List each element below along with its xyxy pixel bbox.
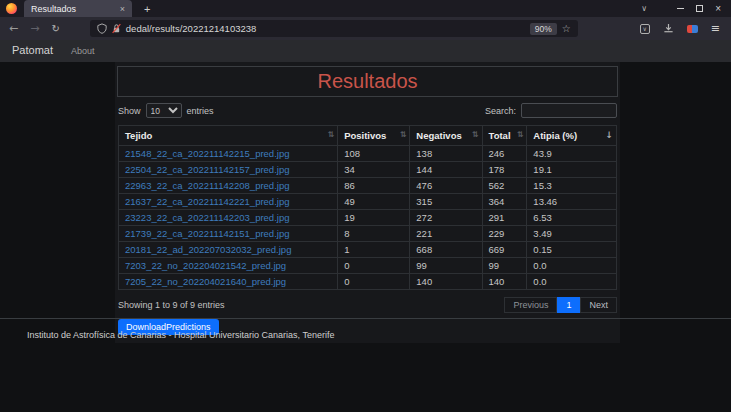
zoom-level-badge[interactable]: 90%: [530, 23, 557, 35]
value-cell: 140: [482, 274, 527, 290]
entries-label: entries: [187, 106, 214, 116]
tissue-cell: 7205_22_no_202204021640_pred.jpg: [119, 274, 338, 290]
extension-icon[interactable]: ∨: [640, 24, 650, 34]
current-page-button[interactable]: 1: [557, 297, 580, 313]
tab-close-icon[interactable]: ×: [120, 4, 125, 14]
value-cell: 3.49: [527, 226, 617, 242]
tissue-link[interactable]: 21548_22_ca_202211142215_pred.jpg: [125, 148, 289, 159]
sort-icon[interactable]: ⇅: [472, 130, 479, 139]
new-tab-button[interactable]: +: [144, 3, 150, 15]
value-cell: 19.1: [527, 162, 617, 178]
browser-window: Resultados × + ∨ × ← → ↻ dedal/results/2…: [0, 0, 731, 412]
tissue-link[interactable]: 21637_22_ca_202211142221_pred.jpg: [125, 196, 289, 207]
value-cell: 15.3: [527, 178, 617, 194]
window-controls: ×: [677, 5, 721, 12]
url-bar[interactable]: dedal/results/20221214103238 90% ☆: [90, 20, 578, 37]
value-cell: 315: [410, 194, 482, 210]
length-control: Show 10 entries: [118, 103, 214, 118]
value-cell: 0: [338, 258, 410, 274]
title-box: Resultados: [117, 66, 618, 97]
table-body: 21548_22_ca_202211142215_pred.jpg1081382…: [119, 146, 617, 290]
table-info-row: Showing 1 to 9 of 9 entries Previous 1 N…: [118, 297, 617, 313]
tissue-cell: 7203_22_no_202204021542_pred.jpg: [119, 258, 338, 274]
search-control: Search:: [485, 103, 617, 118]
reload-icon[interactable]: ↻: [51, 23, 59, 34]
value-cell: 43.9: [527, 146, 617, 162]
value-cell: 246: [482, 146, 527, 162]
value-cell: 140: [410, 274, 482, 290]
showing-entries-info: Showing 1 to 9 of 9 entries: [118, 300, 225, 310]
tissue-link[interactable]: 22963_22_ca_202211142208_pred.jpg: [125, 180, 289, 191]
show-label: Show: [118, 106, 141, 116]
downloads-icon[interactable]: [663, 23, 674, 34]
column-header[interactable]: Positivos⇅: [338, 126, 410, 146]
value-cell: 0.0: [527, 274, 617, 290]
tissue-link[interactable]: 20181_22_ad_202207032032_pred.jpg: [125, 244, 291, 255]
mask-extension-icon[interactable]: [687, 25, 698, 33]
window-close-icon[interactable]: ×: [715, 5, 721, 12]
tissue-cell: 23223_22_ca_202211142203_pred.jpg: [119, 210, 338, 226]
table-row: 22963_22_ca_202211142208_pred.jpg8647656…: [119, 178, 617, 194]
table-row: 21637_22_ca_202211142221_pred.jpg4931536…: [119, 194, 617, 210]
value-cell: 221: [410, 226, 482, 242]
tissue-link[interactable]: 22504_22_ca_202211142157_pred.jpg: [125, 164, 289, 175]
nav-link-about[interactable]: About: [71, 46, 95, 56]
menu-hamburger-icon[interactable]: ≡: [711, 22, 720, 35]
table-header-row: Tejido⇅Positivos⇅Negativos⇅Total⇅Atipia …: [119, 126, 617, 146]
value-cell: 229: [482, 226, 527, 242]
shield-icon[interactable]: [97, 23, 107, 34]
value-cell: 49: [338, 194, 410, 210]
value-cell: 562: [482, 178, 527, 194]
url-text[interactable]: dedal/results/20221214103238: [126, 23, 525, 34]
tissue-cell: 21739_22_ca_202211142151_pred.jpg: [119, 226, 338, 242]
value-cell: 144: [410, 162, 482, 178]
navbar-brand[interactable]: Patomat: [12, 44, 53, 56]
tissue-cell: 22963_22_ca_202211142208_pred.jpg: [119, 178, 338, 194]
page-length-select[interactable]: 10: [146, 103, 182, 118]
tissue-cell: 22504_22_ca_202211142157_pred.jpg: [119, 162, 338, 178]
table-row: 22504_22_ca_202211142157_pred.jpg3414417…: [119, 162, 617, 178]
minimize-icon[interactable]: [677, 8, 684, 9]
browser-tab[interactable]: Resultados ×: [24, 0, 132, 17]
table-row: 23223_22_ca_202211142203_pred.jpg1927229…: [119, 210, 617, 226]
table-row: 20181_22_ad_202207032032_pred.jpg1668669…: [119, 242, 617, 258]
sort-icon[interactable]: ⇅: [400, 130, 407, 139]
search-input[interactable]: [521, 103, 617, 118]
tissue-link[interactable]: 23223_22_ca_202211142203_pred.jpg: [125, 212, 289, 223]
browser-toolbar: ← → ↻ dedal/results/20221214103238 90% ☆…: [0, 17, 731, 40]
value-cell: 138: [410, 146, 482, 162]
firefox-logo-icon[interactable]: [6, 3, 17, 14]
value-cell: 364: [482, 194, 527, 210]
next-page-button[interactable]: Next: [580, 297, 617, 313]
table-controls: Show 10 entries Search:: [118, 103, 617, 118]
value-cell: 0.15: [527, 242, 617, 258]
value-cell: 0.0: [527, 258, 617, 274]
column-header[interactable]: Total⇅: [482, 126, 527, 146]
tissue-link[interactable]: 7205_22_no_202204021640_pred.jpg: [125, 276, 286, 287]
bookmark-star-icon[interactable]: ☆: [562, 23, 571, 34]
sort-icon[interactable]: ⇅: [517, 130, 524, 139]
column-header[interactable]: Negativos⇅: [410, 126, 482, 146]
maximize-icon[interactable]: [696, 5, 703, 12]
footer-divider: [0, 318, 731, 319]
value-cell: 476: [410, 178, 482, 194]
tissue-link[interactable]: 21739_22_ca_202211142151_pred.jpg: [125, 228, 289, 239]
tissue-cell: 21548_22_ca_202211142215_pred.jpg: [119, 146, 338, 162]
value-cell: 669: [482, 242, 527, 258]
forward-icon[interactable]: →: [30, 22, 39, 35]
column-header[interactable]: Atipia (%)↓: [527, 126, 617, 146]
table-row: 21739_22_ca_202211142151_pred.jpg8221229…: [119, 226, 617, 242]
previous-page-button[interactable]: Previous: [504, 297, 557, 313]
sort-icon[interactable]: ⇅: [327, 130, 334, 139]
value-cell: 13.46: [527, 194, 617, 210]
list-tabs-chevron-icon[interactable]: ∨: [641, 4, 647, 13]
sort-desc-icon[interactable]: ↓: [605, 130, 613, 140]
tissue-link[interactable]: 7203_22_no_202204021542_pred.jpg: [125, 260, 286, 271]
back-icon[interactable]: ←: [9, 22, 18, 35]
value-cell: 1: [338, 242, 410, 258]
page-body: Patomat About Resultados Show 10 entries…: [0, 40, 731, 412]
value-cell: 108: [338, 146, 410, 162]
search-label: Search:: [485, 106, 516, 116]
insecure-lock-icon[interactable]: [112, 23, 121, 34]
column-header[interactable]: Tejido⇅: [119, 126, 338, 146]
